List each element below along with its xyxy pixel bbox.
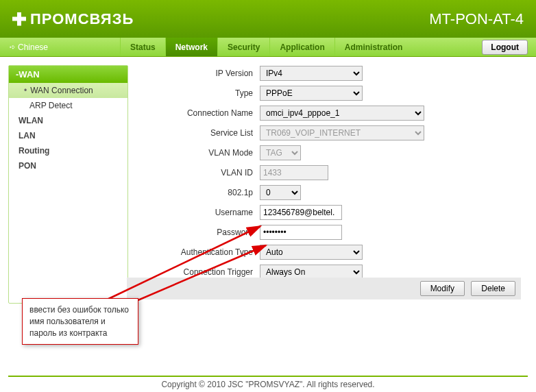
sidebar-item-lan[interactable]: LAN — [9, 128, 127, 143]
select-connection-name[interactable]: omci_ipv4_pppoe_1 — [260, 106, 424, 121]
footer: Copyright © 2010 JSC "PROMSVYAZ". All ri… — [8, 376, 528, 389]
model-name: MT-PON-AT-4 — [429, 10, 524, 28]
sidebar: -WAN WAN Connection ARP Detect WLAN LAN … — [8, 65, 128, 304]
arrow-right-icon: ➪ — [10, 43, 15, 51]
label-username: Username — [136, 208, 260, 217]
select-type[interactable]: PPPoE — [260, 86, 363, 101]
select-vlan-mode[interactable]: TAG — [260, 145, 301, 160]
tab-administration[interactable]: Administration — [334, 38, 413, 56]
sidebar-heading: -WAN — [9, 66, 127, 83]
tab-security[interactable]: Security — [217, 38, 269, 56]
sidebar-item-wan-connection[interactable]: WAN Connection — [9, 83, 127, 98]
label-connection-name: Connection Name — [136, 108, 260, 118]
label-auth-type: Authentication Type — [136, 247, 260, 257]
label-vlan-id: VLAN ID — [136, 168, 260, 177]
logout-button[interactable]: Logout — [482, 40, 528, 55]
label-connection-trigger: Connection Trigger — [136, 267, 260, 277]
language-switch[interactable]: ➪ Chinese — [0, 38, 120, 56]
button-row: Modify Delete — [127, 278, 521, 299]
brand-logo: ПРОМСВЯЗЬ — [12, 10, 134, 28]
select-8021p[interactable]: 0 — [260, 185, 301, 200]
label-vlan-mode: VLAN Mode — [136, 148, 260, 158]
select-auth-type[interactable]: Auto — [260, 245, 363, 260]
logout-wrap: Logout — [474, 38, 536, 56]
input-vlan-id[interactable] — [260, 165, 328, 180]
label-8021p: 802.1p — [136, 188, 260, 197]
nav-bar: ➪ Chinese Status Network Security Applic… — [0, 38, 536, 57]
language-label: Chinese — [18, 42, 48, 52]
header: ПРОМСВЯЗЬ MT-PON-AT-4 — [0, 0, 536, 38]
label-ip-version: IP Version — [136, 69, 260, 78]
sidebar-item-wlan[interactable]: WLAN — [9, 113, 127, 128]
logo-icon — [12, 12, 26, 26]
tab-application[interactable]: Application — [269, 38, 334, 56]
select-ip-version[interactable]: IPv4 — [260, 66, 363, 81]
input-password[interactable] — [260, 225, 342, 240]
main-tabs: Status Network Security Application Admi… — [120, 38, 474, 56]
label-service-list: Service List — [136, 128, 260, 138]
tab-network[interactable]: Network — [165, 38, 217, 56]
sidebar-item-pon[interactable]: PON — [9, 158, 127, 173]
delete-button[interactable]: Delete — [471, 281, 515, 296]
content: -WAN WAN Connection ARP Detect WLAN LAN … — [0, 57, 536, 312]
brand-text: ПРОМСВЯЗЬ — [30, 10, 134, 28]
sidebar-item-arp-detect[interactable]: ARP Detect — [9, 98, 127, 113]
main-panel: IP Version IPv4 Type PPPoE Connection Na… — [136, 65, 528, 304]
modify-button[interactable]: Modify — [420, 281, 465, 296]
sidebar-item-routing[interactable]: Routing — [9, 143, 127, 158]
input-username[interactable] — [260, 205, 342, 220]
tab-status[interactable]: Status — [120, 38, 165, 56]
label-type: Type — [136, 88, 260, 98]
annotation-callout: ввести без ошибок только имя пользовател… — [22, 298, 138, 345]
label-password: Password — [136, 228, 260, 237]
select-service-list[interactable]: TR069_VOIP_INTERNET — [260, 125, 424, 140]
